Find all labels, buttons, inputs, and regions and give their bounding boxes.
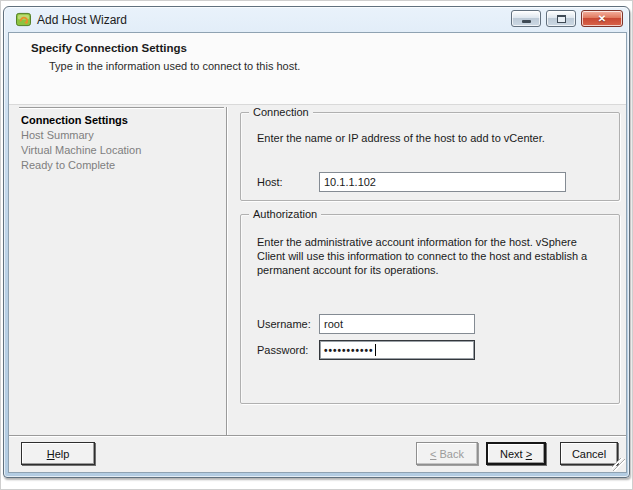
authorization-instruction: Enter the administrative account informa… <box>257 235 605 277</box>
wizard-header: Specify Connection Settings Type in the … <box>9 33 626 105</box>
connection-instruction: Enter the name or IP address of the host… <box>257 131 605 145</box>
password-value: ••••••••••• <box>324 345 374 356</box>
sidebar-divider <box>19 107 224 109</box>
wizard-icon <box>16 12 31 27</box>
host-input[interactable]: 10.1.1.102 <box>319 172 566 192</box>
text-caret <box>375 344 376 356</box>
screenshot-frame: Add Host Wizard ✕ Specify Connection Set… <box>0 0 633 490</box>
username-input[interactable]: root <box>319 314 475 334</box>
host-label: Host: <box>257 176 283 188</box>
window-title: Add Host Wizard <box>37 13 127 27</box>
close-icon: ✕ <box>598 14 606 24</box>
help-button[interactable]: Help <box>21 442 95 465</box>
cancel-button[interactable]: Cancel <box>560 442 618 465</box>
connection-legend: Connection <box>249 106 313 118</box>
next-button[interactable]: Next > <box>486 442 546 465</box>
sidebar-step-1: Host Summary <box>21 128 221 143</box>
connection-groupbox: Connection Enter the name or IP address … <box>240 112 620 201</box>
sidebar-step-0: Connection Settings <box>21 113 221 128</box>
maximize-icon <box>557 15 566 23</box>
dialog-client-area: Specify Connection Settings Type in the … <box>8 32 627 473</box>
close-button[interactable]: ✕ <box>581 10 623 27</box>
minimize-icon <box>522 20 531 23</box>
page-title: Specify Connection Settings <box>31 42 187 54</box>
title-bar[interactable]: Add Host Wizard ✕ <box>4 7 629 32</box>
page-subtitle: Type in the information used to connect … <box>49 60 300 72</box>
authorization-groupbox: Authorization Enter the administrative a… <box>240 214 620 404</box>
password-label: Password: <box>257 344 308 356</box>
username-label: Username: <box>257 318 311 330</box>
username-value: root <box>324 318 343 330</box>
sidebar-step-3: Ready to Complete <box>21 158 221 173</box>
host-value: 10.1.1.102 <box>324 176 376 188</box>
authorization-legend: Authorization <box>249 208 321 220</box>
minimize-button[interactable] <box>511 10 541 27</box>
wizard-steps-sidebar: Connection SettingsHost SummaryVirtual M… <box>21 113 221 173</box>
add-host-wizard-window: Add Host Wizard ✕ Specify Connection Set… <box>3 6 630 478</box>
resize-grip[interactable] <box>612 458 625 471</box>
maximize-button[interactable] <box>546 10 576 27</box>
back-button: < Back <box>416 442 478 465</box>
sidebar-step-2: Virtual Machine Location <box>21 143 221 158</box>
password-input[interactable]: ••••••••••• <box>319 340 475 360</box>
vertical-divider <box>226 107 228 435</box>
footer-divider <box>9 435 626 437</box>
